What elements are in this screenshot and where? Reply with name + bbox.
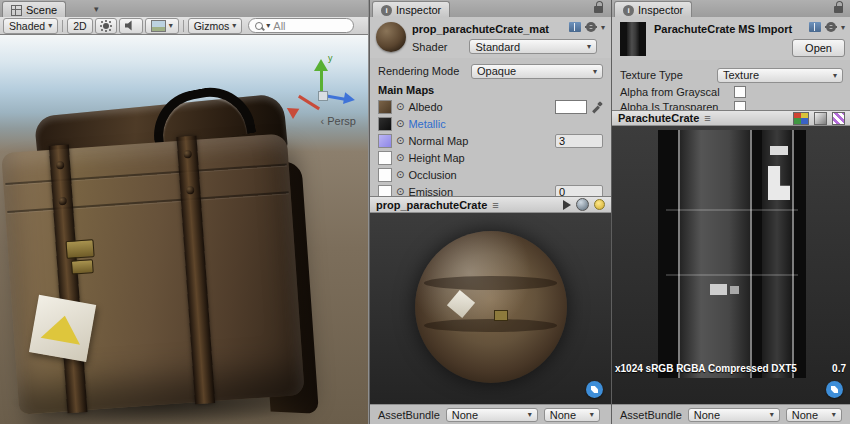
object-picker-icon[interactable]: ⊙ — [396, 119, 404, 129]
chevron-down-icon[interactable]: ▾ — [841, 23, 845, 32]
texture-type-row: Texture Type Texture ▾ — [620, 66, 843, 84]
texture-preview-header[interactable]: ParachuteCrate ≡ — [612, 110, 850, 126]
material-preview-header[interactable]: prop_parachuteCrate ≡ — [370, 196, 611, 213]
assetbundle-variant-dropdown[interactable]: None ▾ — [786, 408, 842, 422]
map-row-occlusion: ⊙ Occlusion — [378, 166, 603, 183]
gear-icon[interactable] — [826, 22, 836, 32]
texture-detail — [750, 130, 752, 378]
object-picker-icon[interactable]: ⊙ — [396, 170, 404, 180]
alpha-from-grayscale-checkbox[interactable] — [734, 86, 746, 98]
chevron-down-icon: ▾ — [833, 71, 837, 80]
texture-detail — [710, 284, 727, 295]
assetbundle-bar: AssetBundle None ▾ None ▾ — [370, 404, 611, 424]
help-book-icon[interactable] — [569, 22, 581, 32]
rivet — [58, 197, 67, 206]
texture-preview-area[interactable]: x1024 sRGB RGBA Compressed DXT5 0.7 — [612, 126, 850, 404]
scene-audio-toggle[interactable] — [119, 18, 143, 34]
tab-inspector[interactable]: i Inspector — [372, 1, 450, 18]
normal-map-value-field[interactable]: 3 — [555, 134, 603, 148]
assetbundle-value: None — [452, 409, 478, 421]
gizmos-label: Gizmos — [194, 20, 230, 32]
mipmap-icon[interactable] — [814, 112, 827, 125]
perspective-toggle[interactable]: ‹ Persp — [321, 115, 356, 127]
tab-inspector[interactable]: i Inspector — [614, 1, 692, 18]
chevron-down-icon[interactable]: ▾ — [601, 23, 605, 32]
lock-icon[interactable] — [834, 5, 844, 14]
eyedropper-icon[interactable] — [591, 101, 603, 113]
rendering-mode-dropdown[interactable]: Opaque ▾ — [471, 64, 603, 79]
gizmo-center-cube[interactable] — [318, 91, 328, 101]
gizmo-z-axis-icon[interactable] — [343, 92, 356, 106]
shader-row: Shader Standard ▾ — [412, 39, 597, 54]
preview-light-icon[interactable] — [594, 199, 605, 210]
open-button[interactable]: Open — [792, 39, 845, 57]
gizmo-x-axis — [298, 95, 320, 110]
alpha-is-transparent-checkbox[interactable] — [734, 101, 746, 111]
orientation-gizmo[interactable]: y — [290, 57, 354, 121]
occlusion-texture-thumb[interactable] — [378, 168, 392, 182]
gear-icon[interactable] — [586, 22, 596, 32]
preview-mesh-icon[interactable] — [576, 198, 589, 211]
normal-map-label: Normal Map — [408, 135, 468, 147]
alpha-checker-icon[interactable] — [832, 112, 845, 125]
albedo-texture-thumb[interactable] — [378, 100, 392, 114]
texture-type-dropdown[interactable]: Texture ▾ — [717, 68, 843, 83]
map-row-normal: ⊙ Normal Map 3 — [378, 132, 603, 149]
drag-grip-icon[interactable]: ≡ — [492, 199, 498, 211]
shader-label: Shader — [412, 41, 447, 53]
assetbundle-dropdown[interactable]: None ▾ — [688, 408, 780, 422]
assetbundle-dropdown[interactable]: None ▾ — [446, 408, 538, 422]
material-sphere-thumbnail[interactable] — [376, 22, 406, 52]
tab-scene-label: Scene — [26, 4, 57, 16]
albedo-color-swatch[interactable] — [555, 100, 587, 114]
chevron-down-icon: ▾ — [266, 21, 270, 30]
texture-info-text: x1024 sRGB RGBA Compressed DXT5 — [615, 363, 797, 374]
object-picker-icon[interactable]: ⊙ — [396, 153, 404, 163]
object-picker-icon[interactable]: ⊙ — [396, 136, 404, 146]
info-icon: i — [381, 5, 392, 16]
help-book-icon[interactable] — [809, 22, 821, 32]
metallic-texture-thumb[interactable] — [378, 117, 392, 131]
shader-value: Standard — [475, 41, 520, 53]
draw-mode-dropdown[interactable]: Shaded ▾ — [3, 18, 58, 34]
scene-lighting-toggle[interactable] — [95, 18, 117, 34]
tab-scene[interactable]: Scene — [2, 1, 66, 18]
material-preview-area[interactable] — [370, 213, 611, 404]
material-preview-title: prop_parachuteCrate — [376, 199, 487, 211]
normal-map-texture-thumb[interactable] — [378, 134, 392, 148]
object-picker-icon[interactable]: ⊙ — [396, 102, 404, 112]
scene-viewport[interactable]: y ‹ Persp — [0, 35, 368, 424]
asset-label-tag-icon[interactable] — [826, 381, 843, 398]
scene-tab-icon — [11, 5, 22, 16]
drag-grip-icon[interactable]: ≡ — [704, 112, 710, 124]
texture-header: ParachuteCrate MS Import ▾ Open — [612, 17, 850, 61]
lock-icon[interactable] — [594, 5, 604, 14]
material-inspector-panel: i Inspector prop_parachuteCrate_mat ▾ Sh… — [369, 0, 611, 424]
gizmo-y-label: y — [328, 53, 333, 63]
texture-detail — [730, 286, 739, 294]
scene-effects-dropdown[interactable]: ▾ — [145, 18, 179, 34]
shader-dropdown[interactable]: Standard ▾ — [469, 39, 597, 54]
crate-strap — [177, 136, 216, 405]
draw-mode-label: Shaded — [9, 20, 45, 32]
2d-toggle-button[interactable]: 2D — [67, 18, 92, 34]
texture-thumbnail[interactable] — [620, 22, 646, 56]
object-picker-icon[interactable]: ⊙ — [396, 187, 404, 197]
header-icons: ▾ — [569, 22, 605, 32]
gizmos-dropdown[interactable]: Gizmos ▾ — [188, 18, 243, 34]
material-preview-sphere[interactable] — [415, 231, 567, 383]
emission-value-field[interactable]: 0 — [555, 185, 603, 197]
height-map-texture-thumb[interactable] — [378, 151, 392, 165]
tab-menu-caret-icon[interactable]: ▾ — [94, 4, 99, 14]
chevron-down-icon: ▾ — [593, 67, 597, 76]
scene-search-input[interactable]: ▾ All — [248, 18, 354, 33]
gizmo-y-axis-icon[interactable] — [314, 59, 328, 71]
rgb-channels-icon[interactable] — [793, 112, 809, 125]
scene-toolbar: Shaded ▾ 2D ▾ Gizmos ▾ ▾ All — [0, 17, 368, 35]
preview-play-icon[interactable] — [563, 200, 571, 210]
parachute-crate-object[interactable] — [2, 83, 320, 423]
assetbundle-variant-dropdown[interactable]: None ▾ — [544, 408, 600, 422]
chevron-down-icon: ▾ — [832, 410, 836, 419]
asset-label-tag-icon[interactable] — [586, 381, 603, 398]
emission-texture-thumb[interactable] — [378, 185, 392, 197]
